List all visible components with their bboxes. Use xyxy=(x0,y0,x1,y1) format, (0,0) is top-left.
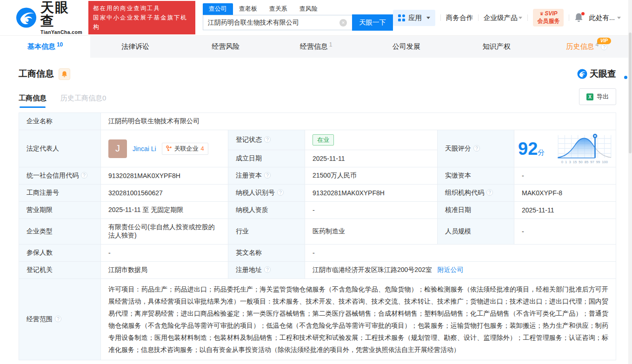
english-name-value: - xyxy=(305,245,616,262)
svip-sub-label: 会员服务 xyxy=(537,18,559,25)
slogan-line2: 国家中小企业发展子基金旗下机构 xyxy=(93,13,191,32)
legal-rep-cell: J Jincai Li 关联企业 4 xyxy=(101,130,228,167)
related-count: 4 xyxy=(201,145,204,152)
table-row: 法定代表人 J Jincai Li 关联企业 4 xyxy=(19,130,616,150)
question-icon[interactable] xyxy=(473,145,480,152)
search-button[interactable]: 天眼一下 xyxy=(352,14,393,31)
caret-down-icon xyxy=(519,17,522,19)
main-tab-strip: 基本信息 10 法律诉讼 经营风险 经营信息 1 公司发展 知识产权 VIP 历… xyxy=(0,35,632,58)
divider xyxy=(478,14,479,21)
avatar[interactable]: J xyxy=(108,139,127,158)
tianyancha-logo[interactable]: 天眼查 TianYanCha.com xyxy=(16,1,83,35)
status-badge: 在业 xyxy=(313,134,334,146)
tab-operation-info[interactable]: 经营信息 1 xyxy=(271,36,361,58)
search-bar: 天眼一下 xyxy=(203,15,393,30)
table-row: 参保人数 - 英文名称 - xyxy=(19,245,616,262)
search-tabs: 查公司 查老板 查关系 查风险 xyxy=(203,3,393,15)
enterprise-products-label: 企业级产品 xyxy=(484,13,518,22)
scrollbar-thumb[interactable] xyxy=(629,33,632,153)
question-icon[interactable] xyxy=(81,172,87,179)
table-row: 统一社会信用代码 91320281MAK0XYPF8H 注册资本 21500万人… xyxy=(19,167,616,185)
svip-member-badge[interactable]: SVIP 会员服务 xyxy=(533,9,564,26)
field-label: 实缴资本 xyxy=(438,167,514,185)
tab-label: 公司发展 xyxy=(393,42,420,51)
field-label: 法定代表人 xyxy=(19,130,101,167)
question-icon[interactable] xyxy=(264,266,271,273)
field-label: 统一社会信用代码 xyxy=(19,167,101,185)
score-cell: 92分 xyxy=(514,130,616,167)
divider xyxy=(440,14,441,21)
table-row: 登记机关 江阴市数据局 注册地址 江阴市临港经济开发区珠江路200号202室 附… xyxy=(19,262,616,279)
field-label: 纳税人资质 xyxy=(228,202,305,219)
field-label: 工商注册号 xyxy=(19,185,101,202)
nearby-companies-link[interactable]: 附近公司 xyxy=(438,266,464,273)
top-header: 天眼查 TianYanCha.com 都在用的商业查询工具 国家中小企业发展子基… xyxy=(0,0,632,35)
tab-legal-proceedings[interactable]: 法律诉讼 xyxy=(90,36,180,58)
excel-icon xyxy=(586,93,593,100)
tab-intellectual-property[interactable]: 知识产权 xyxy=(452,36,542,58)
reg-status-cell: 在业 xyxy=(305,130,438,150)
business-cooperation-link[interactable]: 商务合作 xyxy=(446,13,473,22)
question-icon[interactable] xyxy=(277,189,284,196)
est-date-value: 2025-11-11 xyxy=(305,150,438,167)
apps-menu[interactable]: 应用 xyxy=(393,10,435,26)
field-label: 企业类型 xyxy=(19,219,101,245)
search-tab-relation[interactable]: 查关系 xyxy=(263,3,293,15)
scrollbar[interactable] xyxy=(628,0,632,364)
business-term-value: 2025-11-11 至 无固定期限 xyxy=(101,202,228,219)
search-input[interactable] xyxy=(203,15,352,30)
taxpayer-id-value: 91320281MAK0XYPF8H xyxy=(305,185,438,202)
tab-operation-risk[interactable]: 经营风险 xyxy=(180,36,271,58)
caret-down-icon xyxy=(617,17,621,19)
question-icon[interactable] xyxy=(55,316,61,322)
subtab-history-business-info[interactable]: 历史工商信息0 xyxy=(60,94,106,108)
account-menu[interactable]: 此处有... xyxy=(589,13,621,22)
tianyancha-logo-icon xyxy=(16,7,37,28)
tab-history-info[interactable]: VIP 历史信息 4 xyxy=(542,36,632,58)
watermark-text: 天眼查 xyxy=(590,68,616,80)
field-label: 核准日期 xyxy=(438,202,514,219)
table-row: 企业名称 江阴药明合联生物技术有限公司 xyxy=(19,113,616,130)
search-tab-risk[interactable]: 查风险 xyxy=(293,3,324,15)
legal-rep-link[interactable]: Jincai Li xyxy=(133,145,156,152)
slogan-badge: 都在用的商业查询工具 国家中小企业发展子基金旗下机构 xyxy=(88,1,195,34)
company-name-value: 江阴药明合联生物技术有限公司 xyxy=(101,113,616,130)
subtab-business-info[interactable]: 工商信息 xyxy=(19,94,47,108)
field-label: 企业名称 xyxy=(19,113,101,130)
field-label: 经营范围 xyxy=(19,279,101,360)
field-label: 登记状态 xyxy=(228,130,305,150)
section-title: 工商信息 xyxy=(19,68,54,80)
main-content: 工商信息 天眼查 工商信息 历史工商信息0 导出 xyxy=(0,68,632,360)
score-number: 92 xyxy=(518,139,538,159)
question-icon[interactable] xyxy=(264,136,271,143)
question-icon[interactable] xyxy=(486,189,493,196)
insured-count-value: - xyxy=(101,245,228,262)
search-area: 查公司 查老板 查关系 查风险 天眼一下 xyxy=(203,3,393,30)
tab-count: 10 xyxy=(57,41,63,48)
company-type-value: 有限责任公司(非自然人投资或控股的法人独资) xyxy=(101,219,228,245)
tab-basic-info[interactable]: 基本信息 10 xyxy=(0,36,90,58)
question-icon[interactable] xyxy=(601,44,607,50)
clear-icon[interactable] xyxy=(339,19,347,26)
vip-badge: VIP xyxy=(597,38,611,44)
org-code-value: MAK0XYPF-8 xyxy=(514,185,616,202)
field-label: 注册地址 xyxy=(228,262,305,279)
related-companies-badge[interactable]: 关联企业 4 xyxy=(162,143,208,155)
field-label: 天眼评分 xyxy=(438,130,514,167)
header-menu: 应用 商务合作 企业级产品 SVIP 会员服务 此处有... xyxy=(393,9,632,26)
notifications-bell-icon[interactable] xyxy=(574,13,584,23)
field-label: 纳税人识别号 xyxy=(228,185,305,202)
search-tab-company[interactable]: 查公司 xyxy=(203,3,233,15)
caret-down-icon xyxy=(426,17,430,19)
field-label: 成立日期 xyxy=(228,150,305,167)
enterprise-products-menu[interactable]: 企业级产品 xyxy=(484,13,523,22)
question-icon[interactable] xyxy=(264,172,271,179)
score-unit: 分 xyxy=(538,148,545,156)
account-label: 此处有... xyxy=(589,13,615,22)
tab-label: 基本信息 xyxy=(27,42,55,51)
floating-widget-dot[interactable] xyxy=(624,76,627,79)
subscribe-bell-icon[interactable] xyxy=(59,68,70,80)
export-button[interactable]: 导出 xyxy=(579,88,616,105)
search-tab-boss[interactable]: 查老板 xyxy=(233,3,263,15)
tab-company-development[interactable]: 公司发展 xyxy=(361,36,452,58)
